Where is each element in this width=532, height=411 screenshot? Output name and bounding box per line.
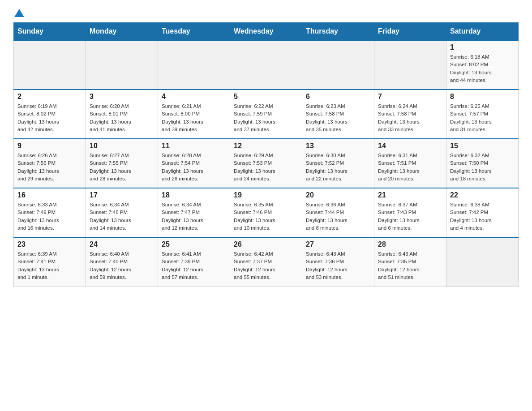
day-number: 16 <box>17 191 82 199</box>
header-monday: Monday <box>86 23 158 41</box>
day-number: 28 <box>378 240 442 248</box>
header-tuesday: Tuesday <box>158 23 230 41</box>
day-number: 1 <box>450 43 515 51</box>
calendar-cell: 7Sunrise: 6:24 AMSunset: 7:58 PMDaylight… <box>374 90 446 139</box>
day-number: 10 <box>90 142 154 150</box>
logo <box>13 9 24 18</box>
day-number: 13 <box>306 142 370 150</box>
day-info: Sunrise: 6:18 AMSunset: 8:02 PMDaylight:… <box>450 53 515 84</box>
calendar-cell: 3Sunrise: 6:20 AMSunset: 8:01 PMDaylight… <box>86 90 158 139</box>
calendar-cell: 17Sunrise: 6:34 AMSunset: 7:48 PMDayligh… <box>86 188 158 237</box>
day-info: Sunrise: 6:29 AMSunset: 7:53 PMDaylight:… <box>234 152 298 183</box>
calendar-cell: 20Sunrise: 6:36 AMSunset: 7:44 PMDayligh… <box>302 188 374 237</box>
day-number: 4 <box>162 93 226 101</box>
day-number: 27 <box>306 240 370 248</box>
calendar-table: SundayMondayTuesdayWednesdayThursdayFrid… <box>13 22 519 287</box>
calendar-cell: 25Sunrise: 6:41 AMSunset: 7:39 PMDayligh… <box>158 237 230 287</box>
day-number: 26 <box>234 240 298 248</box>
day-number: 17 <box>90 191 154 199</box>
calendar-cell: 28Sunrise: 6:43 AMSunset: 7:35 PMDayligh… <box>374 237 446 287</box>
calendar-cell: 13Sunrise: 6:30 AMSunset: 7:52 PMDayligh… <box>302 139 374 188</box>
calendar-cell: 9Sunrise: 6:26 AMSunset: 7:56 PMDaylight… <box>14 139 86 188</box>
calendar-cell: 27Sunrise: 6:43 AMSunset: 7:36 PMDayligh… <box>302 237 374 287</box>
day-info: Sunrise: 6:25 AMSunset: 7:57 PMDaylight:… <box>450 103 515 133</box>
svg-marker-0 <box>14 9 24 17</box>
calendar-cell: 19Sunrise: 6:35 AMSunset: 7:46 PMDayligh… <box>230 188 302 237</box>
day-info: Sunrise: 6:27 AMSunset: 7:55 PMDaylight:… <box>90 152 154 183</box>
calendar-row: 9Sunrise: 6:26 AMSunset: 7:56 PMDaylight… <box>14 139 519 188</box>
day-info: Sunrise: 6:32 AMSunset: 7:50 PMDaylight:… <box>450 152 515 183</box>
day-number: 6 <box>306 93 370 101</box>
day-number: 25 <box>162 240 226 248</box>
calendar-cell <box>86 40 158 90</box>
day-info: Sunrise: 6:19 AMSunset: 8:02 PMDaylight:… <box>17 103 82 133</box>
day-info: Sunrise: 6:36 AMSunset: 7:44 PMDaylight:… <box>306 201 370 232</box>
day-info: Sunrise: 6:40 AMSunset: 7:40 PMDaylight:… <box>90 250 154 281</box>
calendar-cell: 15Sunrise: 6:32 AMSunset: 7:50 PMDayligh… <box>446 139 519 188</box>
header-saturday: Saturday <box>446 23 519 41</box>
calendar-row: 1Sunrise: 6:18 AMSunset: 8:02 PMDaylight… <box>14 40 519 90</box>
calendar-cell <box>14 40 86 90</box>
calendar-cell: 21Sunrise: 6:37 AMSunset: 7:43 PMDayligh… <box>374 188 446 237</box>
day-number: 22 <box>450 191 515 199</box>
day-info: Sunrise: 6:30 AMSunset: 7:52 PMDaylight:… <box>306 152 370 183</box>
day-info: Sunrise: 6:24 AMSunset: 7:58 PMDaylight:… <box>378 103 442 133</box>
calendar-cell: 10Sunrise: 6:27 AMSunset: 7:55 PMDayligh… <box>86 139 158 188</box>
day-number: 7 <box>378 93 442 101</box>
calendar-cell <box>158 40 230 90</box>
day-number: 19 <box>234 191 298 199</box>
day-info: Sunrise: 6:43 AMSunset: 7:35 PMDaylight:… <box>378 250 442 281</box>
header-sunday: Sunday <box>14 23 86 41</box>
page-header <box>13 9 519 18</box>
day-info: Sunrise: 6:34 AMSunset: 7:47 PMDaylight:… <box>162 201 226 232</box>
calendar-cell: 14Sunrise: 6:31 AMSunset: 7:51 PMDayligh… <box>374 139 446 188</box>
day-number: 8 <box>450 93 515 101</box>
header-thursday: Thursday <box>302 23 374 41</box>
header-friday: Friday <box>374 23 446 41</box>
day-info: Sunrise: 6:39 AMSunset: 7:41 PMDaylight:… <box>17 250 82 281</box>
day-number: 15 <box>450 142 515 150</box>
day-number: 5 <box>234 93 298 101</box>
calendar-cell: 24Sunrise: 6:40 AMSunset: 7:40 PMDayligh… <box>86 237 158 287</box>
day-info: Sunrise: 6:38 AMSunset: 7:42 PMDaylight:… <box>450 201 515 232</box>
calendar-cell: 11Sunrise: 6:28 AMSunset: 7:54 PMDayligh… <box>158 139 230 188</box>
calendar-header-row: SundayMondayTuesdayWednesdayThursdayFrid… <box>14 23 519 41</box>
day-info: Sunrise: 6:35 AMSunset: 7:46 PMDaylight:… <box>234 201 298 232</box>
day-info: Sunrise: 6:22 AMSunset: 7:59 PMDaylight:… <box>234 103 298 133</box>
day-info: Sunrise: 6:26 AMSunset: 7:56 PMDaylight:… <box>17 152 82 183</box>
calendar-cell: 16Sunrise: 6:33 AMSunset: 7:49 PMDayligh… <box>14 188 86 237</box>
calendar-cell: 5Sunrise: 6:22 AMSunset: 7:59 PMDaylight… <box>230 90 302 139</box>
calendar-row: 2Sunrise: 6:19 AMSunset: 8:02 PMDaylight… <box>14 90 519 139</box>
day-info: Sunrise: 6:23 AMSunset: 7:58 PMDaylight:… <box>306 103 370 133</box>
calendar-cell: 2Sunrise: 6:19 AMSunset: 8:02 PMDaylight… <box>14 90 86 139</box>
calendar-cell: 1Sunrise: 6:18 AMSunset: 8:02 PMDaylight… <box>446 40 519 90</box>
calendar-cell <box>446 237 519 287</box>
day-info: Sunrise: 6:20 AMSunset: 8:01 PMDaylight:… <box>90 103 154 133</box>
day-info: Sunrise: 6:31 AMSunset: 7:51 PMDaylight:… <box>378 152 442 183</box>
day-number: 18 <box>162 191 226 199</box>
day-number: 11 <box>162 142 226 150</box>
day-info: Sunrise: 6:43 AMSunset: 7:36 PMDaylight:… <box>306 250 370 281</box>
calendar-cell: 12Sunrise: 6:29 AMSunset: 7:53 PMDayligh… <box>230 139 302 188</box>
day-number: 21 <box>378 191 442 199</box>
calendar-cell: 26Sunrise: 6:42 AMSunset: 7:37 PMDayligh… <box>230 237 302 287</box>
calendar-cell: 23Sunrise: 6:39 AMSunset: 7:41 PMDayligh… <box>14 237 86 287</box>
day-number: 14 <box>378 142 442 150</box>
day-info: Sunrise: 6:41 AMSunset: 7:39 PMDaylight:… <box>162 250 226 281</box>
day-info: Sunrise: 6:42 AMSunset: 7:37 PMDaylight:… <box>234 250 298 281</box>
calendar-row: 16Sunrise: 6:33 AMSunset: 7:49 PMDayligh… <box>14 188 519 237</box>
day-number: 24 <box>90 240 154 248</box>
day-number: 12 <box>234 142 298 150</box>
calendar-cell: 8Sunrise: 6:25 AMSunset: 7:57 PMDaylight… <box>446 90 519 139</box>
logo-triangle-icon <box>14 8 24 18</box>
calendar-cell: 4Sunrise: 6:21 AMSunset: 8:00 PMDaylight… <box>158 90 230 139</box>
calendar-cell <box>230 40 302 90</box>
day-info: Sunrise: 6:21 AMSunset: 8:00 PMDaylight:… <box>162 103 226 133</box>
day-info: Sunrise: 6:33 AMSunset: 7:49 PMDaylight:… <box>17 201 82 232</box>
calendar-cell <box>302 40 374 90</box>
calendar-row: 23Sunrise: 6:39 AMSunset: 7:41 PMDayligh… <box>14 237 519 287</box>
day-number: 3 <box>90 93 154 101</box>
calendar-cell: 22Sunrise: 6:38 AMSunset: 7:42 PMDayligh… <box>446 188 519 237</box>
header-wednesday: Wednesday <box>230 23 302 41</box>
calendar-cell: 6Sunrise: 6:23 AMSunset: 7:58 PMDaylight… <box>302 90 374 139</box>
